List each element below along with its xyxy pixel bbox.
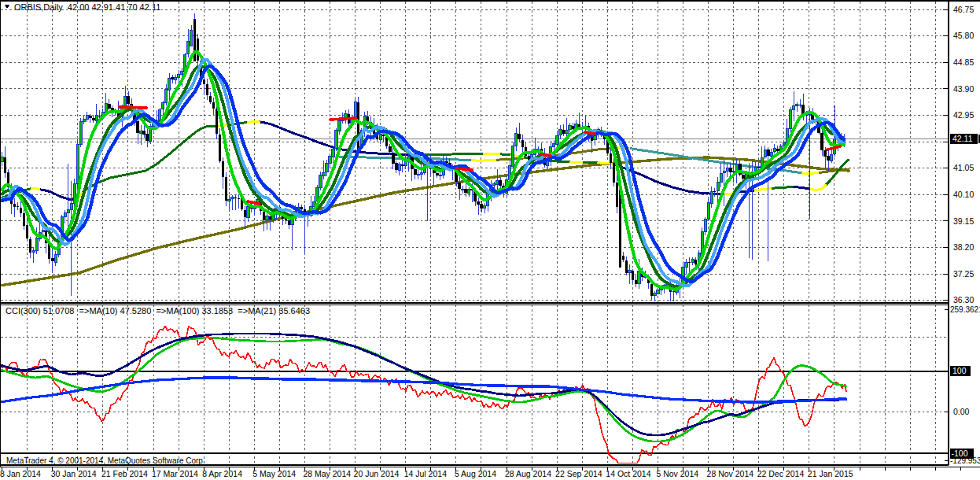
svg-text:28 Aug 2014: 28 Aug 2014 [505, 469, 551, 478]
svg-text:259.3621: 259.3621 [950, 305, 980, 314]
svg-text:ORBIS,Daily 42.00 42.91 41.70: ORBIS,Daily 42.00 42.91 41.70 42.11 [14, 2, 160, 12]
svg-text:21 Jan 2015: 21 Jan 2015 [808, 469, 853, 478]
svg-text:20 Jun 2014: 20 Jun 2014 [354, 469, 400, 478]
svg-text:22 Sep 2014: 22 Sep 2014 [555, 469, 602, 478]
svg-text:MetaTrader 4, © 2001-2014, Met: MetaTrader 4, © 2001-2014, MetaQuotes So… [6, 456, 205, 465]
svg-text:44.85: 44.85 [953, 57, 974, 67]
svg-text:22 Dec 2014: 22 Dec 2014 [757, 469, 805, 478]
svg-text:36.30: 36.30 [953, 295, 974, 305]
svg-text:46.75: 46.75 [953, 5, 974, 14]
svg-text:45.80: 45.80 [953, 31, 974, 40]
svg-text:21 Feb 2014: 21 Feb 2014 [101, 469, 148, 478]
svg-text:14 Jul 2014: 14 Jul 2014 [404, 469, 447, 478]
svg-text:8 Apr 2014: 8 Apr 2014 [202, 469, 242, 478]
svg-text:-100: -100 [952, 449, 968, 458]
svg-text:30 Jan 2014: 30 Jan 2014 [51, 469, 97, 478]
svg-text:28 May 2014: 28 May 2014 [303, 469, 351, 478]
svg-text:14 Oct 2014: 14 Oct 2014 [606, 469, 650, 478]
svg-text:42.95: 42.95 [953, 110, 974, 120]
svg-text:100: 100 [952, 366, 967, 375]
svg-text:5 May 2014: 5 May 2014 [252, 469, 296, 478]
svg-text:39.15: 39.15 [953, 216, 974, 226]
svg-text:5 Nov 2014: 5 Nov 2014 [656, 469, 698, 478]
svg-text:41.05: 41.05 [953, 163, 974, 172]
svg-text:42.11: 42.11 [952, 134, 973, 143]
svg-text:38.20: 38.20 [953, 242, 974, 252]
svg-text:5 Aug 2014: 5 Aug 2014 [455, 469, 496, 478]
svg-text:17 Mar 2014: 17 Mar 2014 [152, 469, 198, 478]
svg-text:28 Nov 2014: 28 Nov 2014 [707, 469, 754, 478]
svg-text:43.90: 43.90 [953, 84, 974, 94]
svg-text:CCI(300) 51.0708 =>MA(10) 47.: CCI(300) 51.0708 =>MA(10) 47.5280 =>MA(1… [6, 306, 310, 316]
svg-text:37.25: 37.25 [953, 269, 974, 279]
svg-text:40.10: 40.10 [953, 190, 974, 199]
svg-text:8 Jan 2014: 8 Jan 2014 [0, 469, 41, 478]
svg-text:0.00: 0.00 [953, 407, 970, 416]
